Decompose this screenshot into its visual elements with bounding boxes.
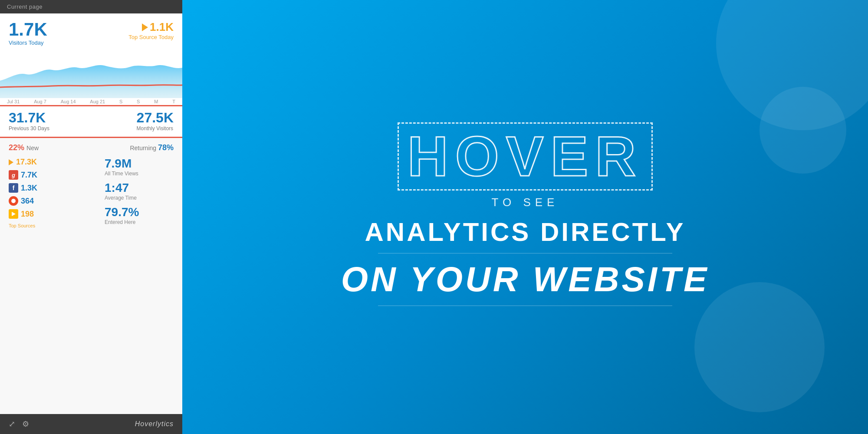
previous-30-days-block: 31.7K Previous 30 Days [9, 111, 49, 132]
source-item-direct: 17.3K [9, 158, 99, 167]
stats-two-col: 17.3K g 7.7K f 1.3K 364 [9, 158, 174, 228]
facebook-icon: f [9, 183, 18, 193]
new-returning-row: 22% New Returning 78% [9, 143, 174, 152]
section-monthly: 31.7K Previous 30 Days 27.5K Monthly Vis… [0, 105, 182, 137]
new-pct-value: 22% [9, 143, 24, 152]
monthly-visitors-label: Monthly Visitors [137, 125, 174, 132]
previous-30-days-label: Previous 30 Days [9, 125, 49, 132]
average-time-block: 1:47 Average Time [105, 182, 174, 201]
direct-num: 17.3K [16, 158, 37, 167]
entered-here-label: Entered Here [105, 219, 174, 225]
facebook-num: 1.3K [21, 184, 37, 193]
main-text-block: HOVER TO SEE ANALYTICS DIRECTLY ON YOUR … [341, 122, 710, 312]
monthly-visitors-num: 27.5K [137, 111, 174, 125]
previous-30-days-num: 31.7K [9, 111, 49, 125]
footer-brand: Hoverlytics [135, 420, 174, 428]
top-source-num: 1.1K [150, 20, 174, 34]
date-label-4: S [119, 99, 122, 104]
entered-here-block: 79.7% Entered Here [105, 206, 174, 225]
direct-arrow-icon [9, 159, 13, 165]
all-time-views-block: 7.9M All Time Views [105, 158, 174, 177]
right-panel: HOVER TO SEE ANALYTICS DIRECTLY ON YOUR … [182, 0, 868, 434]
source-item-google: g 7.7K [9, 170, 99, 180]
all-time-views-label: All Time Views [105, 171, 174, 177]
date-label-7: T [172, 99, 175, 104]
returning-pct-value: 78% [158, 143, 174, 152]
left-panel: Current page 1.7K Visitors Today 1.1K To… [0, 0, 182, 434]
all-time-views-num: 7.9M [105, 158, 174, 170]
average-time-label: Average Time [105, 195, 174, 201]
cloud-deco-2 [694, 282, 825, 412]
footer-icons: ⤢ ⚙ [9, 419, 29, 429]
returning-visitors-pct: Returning 78% [130, 143, 174, 152]
stumble-num: 364 [21, 197, 34, 206]
resize-icon[interactable]: ⤢ [9, 419, 15, 429]
date-label-3: Aug 21 [90, 99, 105, 104]
divider-top [378, 253, 673, 253]
panel-footer: ⤢ ⚙ Hoverlytics [0, 414, 182, 434]
source-item-stumble: 364 [9, 196, 99, 206]
monthly-visitors-block: 27.5K Monthly Visitors [137, 111, 174, 132]
google-num: 7.7K [21, 171, 37, 180]
panel-header-label: Current page [7, 3, 43, 10]
entered-here-num: 79.7% [105, 206, 174, 218]
top-source-block: 1.1K Top Source Today [128, 20, 174, 40]
new-pct-label: New [26, 145, 39, 151]
date-label-1: Aug 7 [34, 99, 46, 104]
visitors-today-num: 1.7K [9, 20, 47, 39]
cloud-deco-3 [760, 87, 846, 174]
top-sources-label: Top Sources [9, 223, 99, 228]
date-labels: Jul 31 Aug 7 Aug 14 Aug 21 S S M T [0, 98, 182, 105]
stumble-icon [9, 196, 18, 206]
visitors-today-block: 1.7K Visitors Today [9, 20, 47, 46]
date-label-5: S [137, 99, 140, 104]
bing-icon [9, 209, 18, 219]
google-icon: g [9, 170, 18, 180]
chart-area [0, 46, 182, 98]
bing-num: 198 [21, 210, 34, 219]
date-label-0: Jul 31 [7, 99, 20, 104]
average-time-num: 1:47 [105, 182, 174, 194]
date-label-6: M [154, 99, 158, 104]
top-source-label: Top Source Today [128, 34, 174, 40]
website-text: ON YOUR WEBSITE [341, 260, 710, 299]
section-stats: 22% New Returning 78% 17.3K g 7.7K [0, 137, 182, 414]
settings-icon[interactable]: ⚙ [22, 419, 29, 429]
panel-header: Current page [0, 0, 182, 13]
new-visitors-pct: 22% New [9, 143, 39, 152]
source-item-bing: 198 [9, 209, 99, 219]
date-label-2: Aug 14 [61, 99, 76, 104]
returning-label: Returning [130, 145, 158, 151]
hover-text: HOVER [398, 122, 653, 191]
section-visitors: 1.7K Visitors Today 1.1K Top Source Toda… [0, 13, 182, 46]
analytics-text: ANALYTICS DIRECTLY [341, 217, 710, 247]
divider-bottom [378, 306, 673, 306]
stats-right: 7.9M All Time Views 1:47 Average Time 79… [99, 158, 174, 228]
visitors-today-label: Visitors Today [9, 39, 47, 46]
top-source-arrow-icon [142, 23, 148, 31]
to-see-text: TO SEE [341, 196, 710, 209]
stats-left: 17.3K g 7.7K f 1.3K 364 [9, 158, 99, 228]
source-item-facebook: f 1.3K [9, 183, 99, 193]
